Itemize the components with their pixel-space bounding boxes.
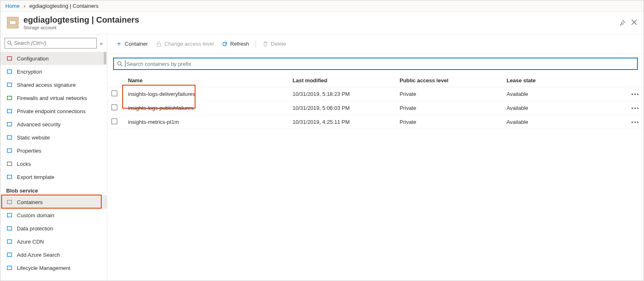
sidebar-item-data-protection[interactable]: Data protection: [0, 222, 107, 235]
protect-icon: [6, 225, 13, 232]
col-access[interactable]: Public access level: [395, 74, 502, 87]
table-row[interactable]: insights-logs-deliveryfailures10/31/2019…: [107, 87, 644, 101]
storage-account-icon: [7, 17, 19, 28]
add-container-button[interactable]: ＋ Container: [112, 38, 151, 50]
sidebar-item-configuration[interactable]: Configuration: [0, 52, 107, 65]
sidebar-item-custom-domain[interactable]: Custom domain: [0, 209, 107, 222]
container-filter[interactable]: [113, 58, 638, 70]
cell-lease: Available: [502, 101, 627, 115]
more-actions-icon[interactable]: •••: [631, 119, 639, 125]
add-container-label: Container: [125, 41, 148, 47]
row-checkbox[interactable]: [112, 91, 117, 96]
refresh-label: Refresh: [230, 41, 249, 47]
collapse-sidebar-icon[interactable]: «: [100, 40, 103, 46]
row-checkbox[interactable]: [112, 118, 117, 124]
sidebar-item-label: Advanced security: [17, 121, 60, 128]
container-name[interactable]: insights-logs-deliveryfailures: [128, 91, 195, 97]
col-name[interactable]: Name: [124, 74, 288, 87]
svg-point-0: [8, 41, 11, 44]
svg-rect-9: [7, 162, 12, 166]
col-lease[interactable]: Lease state: [502, 74, 627, 87]
sidebar-item-label: Encryption: [17, 69, 42, 75]
more-actions-icon[interactable]: •••: [631, 105, 639, 111]
svg-rect-5: [7, 109, 12, 113]
container-name[interactable]: insights-metrics-pt1m: [128, 119, 179, 125]
svg-rect-7: [7, 136, 12, 139]
sidebar-item-properties[interactable]: Properties: [0, 144, 107, 157]
export-icon: [6, 174, 13, 180]
cloud-search-icon: [6, 251, 13, 258]
close-icon[interactable]: [631, 19, 637, 26]
refresh-button[interactable]: Refresh: [219, 39, 252, 49]
containers-table: Name Last modified Public access level L…: [107, 74, 644, 129]
sidebar-item-containers[interactable]: Containers: [0, 195, 107, 209]
sidebar-item-encryption[interactable]: Encryption: [0, 65, 107, 78]
sidebar-item-firewalls-and-virtual-networks[interactable]: Firewalls and virtual networks: [0, 91, 107, 105]
svg-rect-4: [7, 96, 12, 100]
sidebar-item-label: Firewalls and virtual networks: [17, 95, 87, 101]
sidebar-item-label: Configuration: [17, 56, 49, 62]
refresh-icon: [222, 41, 228, 47]
sidebar-item-advanced-security[interactable]: Advanced security: [0, 118, 107, 131]
lifecycle-icon: [6, 265, 13, 271]
trash-icon: [263, 41, 268, 47]
cell-modified: 10/31/2019, 5:06:03 PM: [288, 101, 395, 115]
container-filter-input[interactable]: [126, 61, 634, 67]
toolbox-icon: [6, 55, 13, 62]
svg-rect-13: [7, 227, 12, 230]
link-icon: [6, 81, 13, 88]
sidebar-item-export-template[interactable]: Export template: [0, 170, 107, 183]
svg-rect-11: [7, 200, 12, 204]
svg-rect-16: [7, 266, 12, 270]
pin-icon[interactable]: [619, 19, 625, 26]
table-row[interactable]: insights-logs-publishfailures10/31/2019,…: [107, 101, 644, 115]
cell-access: Private: [395, 87, 502, 101]
text-cursor: [125, 60, 126, 67]
sidebar-item-label: Properties: [17, 148, 41, 154]
container-name[interactable]: insights-logs-publishfailures: [128, 105, 194, 111]
sidebar-search[interactable]: [5, 38, 97, 49]
cell-modified: 10/31/2019, 4:25:11 PM: [288, 115, 395, 129]
sidebar-item-label: Add Azure Search: [17, 252, 60, 258]
properties-icon: [6, 147, 13, 154]
toolbar: ＋ Container Change access level Refresh: [107, 35, 644, 53]
search-icon: [7, 41, 12, 46]
breadcrumb: Home › egdiaglogtesting | Containers: [0, 0, 644, 12]
cell-lease: Available: [502, 115, 627, 129]
website-icon: [6, 134, 13, 141]
sidebar-item-label: Private endpoint connections: [17, 108, 86, 114]
sidebar-item-private-endpoint-connections[interactable]: Private endpoint connections: [0, 105, 107, 118]
sidebar-item-label: Shared access signature: [17, 82, 76, 88]
breadcrumb-home[interactable]: Home: [5, 3, 20, 9]
sidebar: « ConfigurationEncryptionShared access s…: [0, 35, 107, 281]
more-actions-icon[interactable]: •••: [631, 91, 639, 97]
sidebar-search-input[interactable]: [14, 40, 94, 46]
sidebar-item-label: Containers: [17, 199, 43, 205]
change-access-button: Change access level: [153, 39, 217, 49]
svg-rect-3: [7, 83, 12, 87]
row-checkbox[interactable]: [112, 105, 117, 110]
table-row[interactable]: insights-metrics-pt1m10/31/2019, 4:25:11…: [107, 115, 644, 129]
svg-rect-6: [7, 123, 12, 126]
plus-icon: ＋: [116, 39, 122, 48]
sidebar-item-shared-access-signature[interactable]: Shared access signature: [0, 78, 107, 91]
sidebar-item-label: Lifecycle Management: [17, 265, 70, 271]
search-icon: [117, 61, 123, 67]
sidebar-section-blob: Blob service: [0, 183, 107, 195]
lock-icon: [6, 68, 13, 75]
sidebar-item-static-website[interactable]: Static website: [0, 131, 107, 144]
sidebar-item-lifecycle-management[interactable]: Lifecycle Management: [0, 261, 107, 274]
page-subtitle: Storage account: [23, 25, 139, 30]
sidebar-item-label: Custom domain: [17, 212, 54, 218]
svg-rect-14: [7, 240, 12, 244]
sidebar-item-label: Data protection: [17, 225, 53, 232]
col-modified[interactable]: Last modified: [288, 74, 395, 87]
domain-icon: [6, 212, 13, 218]
sidebar-item-azure-cdn[interactable]: Azure CDN: [0, 235, 107, 248]
padlock-icon: [6, 160, 13, 167]
sidebar-item-add-azure-search[interactable]: Add Azure Search: [0, 248, 107, 261]
container-icon: [6, 199, 13, 205]
sidebar-item-locks[interactable]: Locks: [0, 157, 107, 170]
breadcrumb-current: egdiaglogtesting | Containers: [29, 3, 98, 9]
scrollbar-thumb[interactable]: [104, 52, 106, 64]
